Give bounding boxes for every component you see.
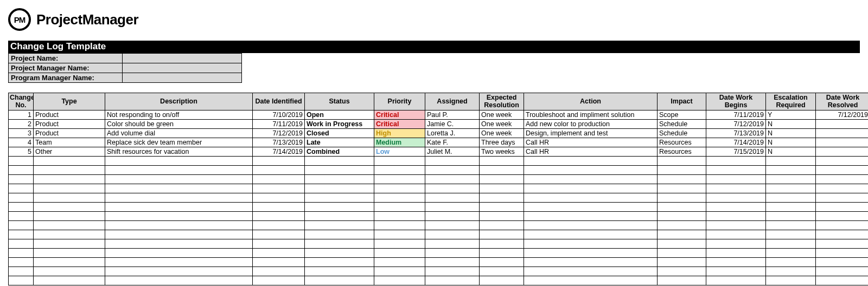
cell-empty[interactable]: [253, 257, 305, 266]
cell-empty[interactable]: [524, 220, 658, 230]
cell-empty[interactable]: [658, 156, 706, 165]
cell-empty[interactable]: [658, 184, 706, 193]
cell-no[interactable]: 4: [9, 138, 34, 147]
cell-empty[interactable]: [105, 257, 253, 266]
cell-empty[interactable]: [480, 276, 524, 285]
cell-empty[interactable]: [105, 266, 253, 276]
cell-empty[interactable]: [658, 165, 706, 174]
cell-empty[interactable]: [425, 202, 480, 211]
cell-empty[interactable]: [480, 239, 524, 248]
cell-empty[interactable]: [766, 239, 816, 248]
cell-empty[interactable]: [524, 248, 658, 257]
cell-empty[interactable]: [480, 230, 524, 239]
cell-empty[interactable]: [766, 165, 816, 174]
cell-no[interactable]: 5: [9, 147, 34, 156]
cell-date-begins[interactable]: 7/12/2019: [706, 119, 766, 128]
cell-empty[interactable]: [253, 230, 305, 239]
cell-empty[interactable]: [425, 239, 480, 248]
cell-type[interactable]: Team: [34, 138, 105, 147]
cell-date-resolved[interactable]: 7/12/2019: [816, 110, 869, 119]
meta-value-project[interactable]: [123, 54, 242, 63]
cell-empty[interactable]: [253, 211, 305, 220]
cell-empty[interactable]: [524, 257, 658, 266]
cell-empty[interactable]: [253, 266, 305, 276]
cell-assigned[interactable]: Kate F.: [425, 138, 480, 147]
cell-empty[interactable]: [425, 276, 480, 285]
cell-priority[interactable]: High: [374, 128, 425, 138]
cell-empty[interactable]: [706, 248, 766, 257]
cell-empty[interactable]: [766, 156, 816, 165]
cell-assigned[interactable]: Jamie C.: [425, 119, 480, 128]
cell-type[interactable]: Product: [34, 128, 105, 138]
cell-desc[interactable]: Add volume dial: [105, 128, 253, 138]
cell-empty[interactable]: [374, 220, 425, 230]
cell-impact[interactable]: Schedule: [658, 119, 706, 128]
cell-date-begins[interactable]: 7/13/2019: [706, 128, 766, 138]
cell-empty[interactable]: [480, 184, 524, 193]
cell-escalation[interactable]: N: [766, 128, 816, 138]
cell-empty[interactable]: [34, 248, 105, 257]
cell-empty[interactable]: [34, 239, 105, 248]
cell-empty[interactable]: [524, 211, 658, 220]
cell-empty[interactable]: [524, 193, 658, 202]
cell-desc[interactable]: Replace sick dev team member: [105, 138, 253, 147]
cell-empty[interactable]: [305, 257, 374, 266]
cell-empty[interactable]: [9, 165, 34, 174]
cell-empty[interactable]: [816, 276, 869, 285]
cell-empty[interactable]: [658, 230, 706, 239]
cell-empty[interactable]: [305, 276, 374, 285]
cell-empty[interactable]: [524, 276, 658, 285]
meta-value-pgm[interactable]: [123, 73, 242, 83]
cell-priority[interactable]: Critical: [374, 110, 425, 119]
cell-empty[interactable]: [816, 193, 869, 202]
cell-empty[interactable]: [816, 220, 869, 230]
cell-empty[interactable]: [34, 276, 105, 285]
cell-empty[interactable]: [766, 193, 816, 202]
cell-desc[interactable]: Shift resources for vacation: [105, 147, 253, 156]
cell-empty[interactable]: [816, 211, 869, 220]
cell-empty[interactable]: [766, 276, 816, 285]
cell-empty[interactable]: [480, 248, 524, 257]
cell-empty[interactable]: [105, 202, 253, 211]
cell-type[interactable]: Product: [34, 110, 105, 119]
cell-empty[interactable]: [816, 230, 869, 239]
cell-action[interactable]: Add new color to production: [524, 119, 658, 128]
cell-empty[interactable]: [816, 248, 869, 257]
cell-empty[interactable]: [9, 230, 34, 239]
cell-empty[interactable]: [425, 193, 480, 202]
cell-empty[interactable]: [374, 211, 425, 220]
cell-date-resolved[interactable]: [816, 128, 869, 138]
cell-impact[interactable]: Schedule: [658, 128, 706, 138]
cell-expected[interactable]: One week: [480, 128, 524, 138]
cell-empty[interactable]: [480, 156, 524, 165]
cell-empty[interactable]: [305, 174, 374, 184]
cell-empty[interactable]: [9, 220, 34, 230]
cell-action[interactable]: Design, implement and test: [524, 128, 658, 138]
cell-empty[interactable]: [253, 174, 305, 184]
cell-empty[interactable]: [34, 165, 105, 174]
cell-date-resolved[interactable]: [816, 147, 869, 156]
cell-empty[interactable]: [305, 156, 374, 165]
cell-assigned[interactable]: Loretta J.: [425, 128, 480, 138]
cell-empty[interactable]: [9, 248, 34, 257]
cell-no[interactable]: 3: [9, 128, 34, 138]
cell-empty[interactable]: [105, 211, 253, 220]
cell-empty[interactable]: [374, 257, 425, 266]
cell-date-identified[interactable]: 7/12/2019: [253, 128, 305, 138]
cell-no[interactable]: 2: [9, 119, 34, 128]
cell-empty[interactable]: [425, 211, 480, 220]
cell-empty[interactable]: [34, 202, 105, 211]
cell-empty[interactable]: [706, 220, 766, 230]
cell-empty[interactable]: [253, 184, 305, 193]
cell-empty[interactable]: [524, 202, 658, 211]
cell-empty[interactable]: [706, 257, 766, 266]
cell-empty[interactable]: [9, 202, 34, 211]
cell-empty[interactable]: [105, 230, 253, 239]
cell-date-resolved[interactable]: [816, 119, 869, 128]
cell-empty[interactable]: [658, 257, 706, 266]
cell-date-resolved[interactable]: [816, 138, 869, 147]
cell-empty[interactable]: [524, 230, 658, 239]
cell-empty[interactable]: [658, 248, 706, 257]
cell-expected[interactable]: One week: [480, 110, 524, 119]
cell-date-begins[interactable]: 7/15/2019: [706, 147, 766, 156]
